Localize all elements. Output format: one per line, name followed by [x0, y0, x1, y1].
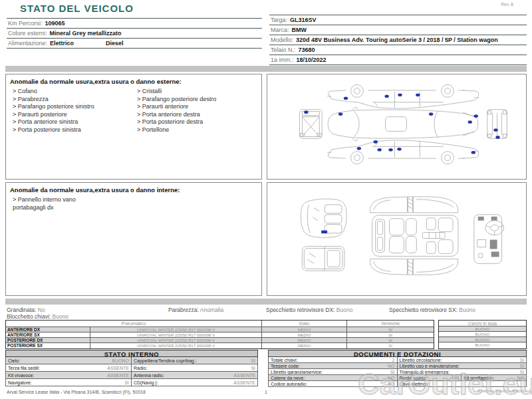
- field-label: Tessere code:: [271, 363, 300, 368]
- kv-cell: Ruota scorta:NO: [398, 375, 462, 380]
- field-value: NO: [452, 375, 460, 380]
- col-header-pneumatico: Pneumatico: [6, 321, 262, 327]
- condition-summary-line2: Blocchetto chiavi: Buono: [7, 313, 527, 320]
- condition-summary-line1: Grandinata: NoParabrezza: AnomaliaSpecch…: [7, 307, 527, 313]
- field-value: SI: [124, 379, 129, 386]
- wheel-condition: BUONO: [439, 327, 526, 332]
- field-value: GL316SV: [290, 17, 317, 23]
- tire-spec: UNIROYAL WINTER 225/50 R17 000/098 V: [90, 332, 262, 337]
- col-header-cerchi: Cerchi in lega: [439, 321, 526, 327]
- kv-cell: Cielo:BUONO: [6, 357, 132, 364]
- field-label: Targa:: [271, 17, 287, 23]
- kv-cell: Cappelliera/Tendina copribag.:SI: [132, 357, 257, 364]
- field-value: ASSENTE: [107, 364, 129, 371]
- internal-anomalies-title: Anomalie da normale usura,extra usura o …: [6, 183, 261, 196]
- header-field-row: Telaio N.:73680: [269, 45, 527, 55]
- exterior-damage-diagram: [267, 74, 526, 179]
- field-label: Triangolo di emergenza:: [400, 369, 450, 374]
- interior-status-table: STATO INTERNO Cielo:BUONOCappelliera/Ten…: [5, 350, 258, 386]
- footer-page-number: 1: [0, 390, 532, 394]
- field-label: 1a imm.:: [271, 57, 294, 63]
- damage-marker: [474, 114, 478, 118]
- vehicle-summary-right: Targa:GL316SVMarca:BMWModello:320d 48V B…: [269, 15, 527, 65]
- tire-table-header: Pneumatico Stato Termiche: [6, 321, 434, 327]
- anomaly-item: > Cofano: [13, 88, 137, 96]
- kv-cell: Cavo elettrico:: [398, 381, 527, 386]
- header-field-row: Colore esterni:Mineral Grey metallizzato: [7, 29, 262, 39]
- field-value: Elettrico: [50, 40, 74, 47]
- anomaly-item: > Paraurti anteriore: [137, 103, 261, 111]
- header-field-row: Km Percorsi:109065: [7, 19, 262, 29]
- summary-label: Grandinata:: [7, 307, 38, 313]
- field-label: Libretto uso e manutenzione:: [400, 363, 460, 368]
- kv-row: Catene da neve:NORuota scorta:NOKit gonf…: [269, 375, 526, 381]
- tire-term: SI: [347, 332, 434, 337]
- damage-marker: [471, 151, 475, 154]
- car-side-view-right: [327, 84, 479, 108]
- kv-cell: Kit vivavoce:ASSENTE: [6, 372, 132, 378]
- field-label: Libretto garanzia/service:: [271, 369, 323, 374]
- field-label: Colore esterni:: [8, 30, 47, 37]
- anomaly-item: > Parafango posteriore sinistro: [13, 103, 137, 111]
- kv-row: Cielo:BUONOCappelliera/Tendina copribag.…: [6, 357, 257, 364]
- field-value: ASSENTE: [107, 372, 129, 378]
- footer-document-id: ID:af9bQ.2bad3b1,0ba18bv: [477, 389, 527, 393]
- summary-value: Buono: [336, 307, 353, 313]
- kv-cell: Radio:SI: [132, 364, 257, 371]
- revision-label: Rev. A: [501, 2, 513, 7]
- kv-row: Terza fila sedili:ASSENTERadio:SI: [6, 364, 257, 372]
- field-label: Catene da neve:: [271, 375, 305, 380]
- field-label: Libretto circolazione:: [400, 357, 442, 362]
- tire-term: SI: [347, 343, 434, 348]
- external-anomalies-title: Anomalie da normale usura,extra usura o …: [6, 74, 261, 88]
- interior-damage-diagram: [267, 183, 526, 295]
- header-field-row: Targa:GL316SV: [269, 15, 527, 25]
- field-value: 18/10/2022: [297, 57, 327, 63]
- summary-value: Anomalia: [200, 307, 223, 313]
- anomaly-item: > Porta posteriore destra: [137, 118, 261, 126]
- tire-stato: MEDIO: [262, 343, 347, 348]
- field-value: BMW: [292, 27, 307, 33]
- tire-spec: UNIROYAL WINTER 225/50 R17 000/098 V: [90, 327, 262, 332]
- summary-item: Blocchetto chiavi: Buono: [7, 313, 68, 320]
- header-field-row: Modello:320d 48V Business Adv. Touring a…: [269, 35, 527, 45]
- damage-marker: [398, 94, 402, 97]
- kv-cell: Antenna radio:ASSENTE: [132, 372, 257, 378]
- tire-zona: ANTERIORE DX: [6, 327, 90, 332]
- field-label: Cielo:: [8, 357, 20, 364]
- damage-marker: [429, 112, 433, 116]
- field-label: Telaio N.:: [271, 47, 296, 53]
- summary-item: Parabrezza: Anomalia: [168, 307, 266, 313]
- car-front-view: [299, 110, 322, 139]
- field-value: NO: [388, 363, 395, 368]
- tire-stato: MEDIO: [262, 332, 347, 337]
- field-label: Totale chiavi:: [271, 357, 297, 362]
- col-header-stato: Stato: [262, 321, 347, 327]
- damage-marker: [304, 110, 308, 114]
- page-title: STATO DEL VEICOLO: [20, 3, 134, 14]
- documents-equipment-title: DOCUMENTI E DOTAZIONI: [268, 350, 527, 357]
- tire-stato: MEDIO: [262, 338, 347, 342]
- kv-cell: Totale chiavi:2: [269, 357, 398, 362]
- kv-cell: Libretto garanzia/service:SI: [269, 369, 398, 374]
- wheel-condition: BUONO: [439, 337, 526, 342]
- tire-zona: POSTERIORE SX: [6, 343, 90, 348]
- vehicle-condition-report: STATO DEL VEICOLO Rev. A Km Percorsi:109…: [0, 0, 532, 399]
- field-value: NO: [388, 381, 395, 386]
- summary-item: Specchietto retrovisore DX: Buono: [266, 307, 389, 313]
- tire-spec: UNIROYAL WINTER 225/50 R17 000/098 V: [90, 338, 262, 342]
- interior-status-title: STATO INTERNO: [5, 350, 258, 357]
- field-label: Km Percorsi:: [8, 20, 43, 27]
- anomaly-item: > Porta anteriore sinistra: [13, 118, 137, 126]
- kv-row: Codice autoradio:NOCavo elettrico:: [269, 381, 526, 387]
- anomaly-item: > Parabrezza: [13, 96, 137, 104]
- header-field-row: Alimentazione:ElettricoDiesel: [7, 39, 262, 49]
- cargo-area-view: [302, 246, 344, 271]
- kv-cell: Triangolo di emergenza:Si: [398, 369, 527, 374]
- damage-marker: [338, 112, 342, 116]
- field-value: 2: [392, 357, 395, 362]
- field-label: Radio:: [134, 364, 147, 371]
- field-value: ASSENTE: [233, 379, 255, 386]
- anomaly-item: > Porta posteriore sinistra: [13, 126, 137, 134]
- summary-value: Buono: [459, 307, 475, 313]
